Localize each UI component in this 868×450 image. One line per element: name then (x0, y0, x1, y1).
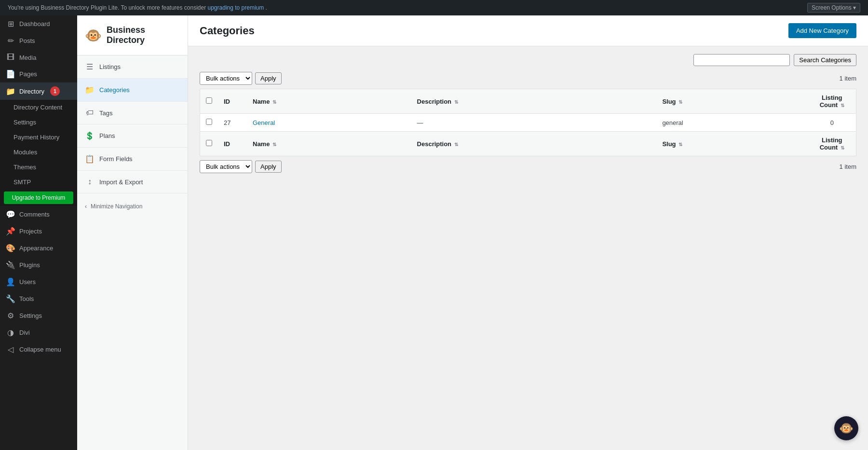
plugin-nav-item-import-export[interactable]: ↕ Import & Export (77, 171, 188, 193)
plugin-nav-item-categories[interactable]: 📁 Categories (77, 79, 188, 102)
bulk-actions-group-top: Bulk actions Apply (200, 72, 282, 85)
item-count-top: 1 item (840, 75, 856, 82)
search-categories-input[interactable] (693, 54, 790, 66)
plugin-header: 🐵 Business Directory (77, 15, 188, 55)
table-footer-slug[interactable]: Slug ⇅ (656, 132, 808, 156)
screen-options-button[interactable]: Screen Options ▾ (807, 3, 860, 13)
apply-button-top[interactable]: Apply (255, 72, 282, 84)
plugin-nav-item-listings[interactable]: ☰ Listings (77, 55, 188, 79)
plugin-nav-item-plans[interactable]: 💲 Plans (77, 124, 188, 148)
minimize-nav-label: Minimize Navigation (91, 203, 142, 210)
wp-sidebar: ⊞ Dashboard ✏ Posts 🎞 Media 📄 Pages 📁 Di… (0, 15, 77, 450)
import-export-nav-icon: ↕ (85, 177, 95, 186)
plugin-nav-label: Listings (99, 63, 121, 70)
upgrade-premium-button[interactable]: Upgrade to Premium (4, 191, 73, 204)
sidebar-item-dashboard[interactable]: ⊞ Dashboard (0, 15, 77, 32)
sidebar-item-pages[interactable]: 📄 Pages (0, 66, 77, 82)
plugin-nav-label: Plans (99, 132, 115, 139)
sidebar-item-smtp[interactable]: SMTP (0, 175, 77, 190)
select-all-footer-checkbox[interactable] (206, 140, 212, 146)
comments-icon: 💬 (6, 210, 15, 219)
table-header-description[interactable]: Description ⇅ (411, 89, 657, 114)
categories-table: ID Name ⇅ Description ⇅ Slug ⇅ (200, 89, 856, 156)
plugin-nav-item-tags[interactable]: 🏷 Tags (77, 102, 188, 124)
sidebar-item-settings2[interactable]: ⚙ Settings (0, 307, 77, 324)
sidebar-item-tools[interactable]: 🔧 Tools (0, 290, 77, 307)
directory-icon: 📁 (6, 87, 15, 96)
table-header-listing-count[interactable]: Listing Count ⇅ (808, 89, 856, 114)
upgrade-link[interactable]: upgrading to premium (208, 4, 264, 11)
sidebar-item-label: Posts (19, 37, 35, 44)
pages-icon: 📄 (6, 69, 15, 79)
bulk-actions-row-bottom: Bulk actions Apply 1 item (200, 160, 856, 173)
sidebar-item-appearance[interactable]: 🎨 Appearance (0, 240, 77, 257)
sidebar-item-directory[interactable]: 📁 Directory 1 (0, 82, 77, 100)
posts-icon: ✏ (6, 36, 15, 45)
table-header-row: ID Name ⇅ Description ⇅ Slug ⇅ (200, 89, 856, 114)
row-name-link[interactable]: General (253, 119, 275, 126)
table-header-slug[interactable]: Slug ⇅ (656, 89, 808, 114)
sort-arrows-slug-footer: ⇅ (678, 142, 682, 147)
select-all-checkbox[interactable] (206, 97, 212, 104)
bulk-actions-select-top[interactable]: Bulk actions (200, 72, 252, 85)
row-description-cell: — (411, 114, 657, 132)
bulk-actions-group-bottom: Bulk actions Apply (200, 160, 282, 173)
sort-arrows-slug: ⇅ (678, 99, 682, 105)
sidebar-item-label: Settings (19, 312, 42, 319)
plugin-nav-item-form-fields[interactable]: 📋 Form Fields (77, 148, 188, 171)
sidebar-item-settings[interactable]: Settings (0, 115, 77, 130)
add-new-category-button[interactable]: Add New Category (788, 23, 856, 38)
plugins-icon: 🔌 (6, 260, 15, 270)
table-footer-id: ID (218, 132, 247, 156)
row-checkbox-cell (200, 114, 218, 132)
sidebar-item-projects[interactable]: 📌 Projects (0, 223, 77, 240)
table-row: 27 General — general 0 (200, 114, 856, 132)
chevron-left-icon: ‹ (85, 203, 87, 210)
sidebar-item-directory-content[interactable]: Directory Content (0, 100, 77, 115)
search-categories-button[interactable]: Search Categories (794, 54, 856, 66)
plugin-nav-label: Import & Export (99, 178, 143, 186)
sidebar-item-label: SMTP (14, 178, 31, 186)
table-area: Search Categories Bulk actions Apply 1 i… (188, 46, 868, 181)
settings-icon: ⚙ (6, 311, 15, 320)
sidebar-item-label: Plugins (19, 261, 40, 269)
sidebar-item-collapse[interactable]: ◁ Collapse menu (0, 341, 77, 358)
table-footer-name[interactable]: Name ⇅ (247, 132, 411, 156)
sidebar-item-themes[interactable]: Themes (0, 160, 77, 175)
table-header-name[interactable]: Name ⇅ (247, 89, 411, 114)
divi-icon: ◑ (6, 328, 15, 337)
sidebar-item-label: Media (19, 54, 36, 61)
table-footer-description[interactable]: Description ⇅ (411, 132, 657, 156)
apply-button-bottom[interactable]: Apply (255, 161, 282, 173)
row-checkbox[interactable] (206, 119, 212, 125)
main-content: Categories Add New Category Search Categ… (188, 15, 868, 450)
bulk-actions-select-bottom[interactable]: Bulk actions (200, 160, 252, 173)
sidebar-item-label: Payment History (14, 134, 59, 141)
sort-arrows-description-footer: ⇅ (454, 142, 458, 147)
sidebar-item-label: Settings (14, 119, 36, 126)
sidebar-item-users[interactable]: 👤 Users (0, 273, 77, 290)
sidebar-item-label: Pages (19, 70, 37, 78)
sidebar-item-media[interactable]: 🎞 Media (0, 49, 77, 66)
table-footer-listing-count[interactable]: Listing Count ⇅ (808, 132, 856, 156)
table-footer-checkbox (200, 132, 218, 156)
sidebar-item-comments[interactable]: 💬 Comments (0, 206, 77, 223)
sidebar-item-posts[interactable]: ✏ Posts (0, 32, 77, 49)
chatbot-fab-button[interactable]: 🐵 (834, 416, 858, 440)
minimize-navigation-button[interactable]: ‹ Minimize Navigation (77, 193, 188, 219)
tools-icon: 🔧 (6, 294, 15, 303)
sidebar-item-label: Comments (19, 211, 50, 218)
admin-top-bar: You're using Business Directory Plugin L… (0, 0, 868, 15)
sidebar-item-label: Directory Content (14, 104, 62, 111)
sidebar-item-modules[interactable]: Modules (0, 145, 77, 160)
plugin-title: Business Directory (107, 25, 180, 45)
sidebar-item-divi[interactable]: ◑ Divi (0, 324, 77, 341)
directory-submenu: Directory Content Settings Payment Histo… (0, 100, 77, 206)
sort-arrows-name: ⇅ (272, 99, 276, 105)
table-header-checkbox (200, 89, 218, 114)
row-slug-cell: general (656, 114, 808, 132)
sidebar-item-plugins[interactable]: 🔌 Plugins (0, 257, 77, 273)
sidebar-item-payment-history[interactable]: Payment History (0, 130, 77, 145)
row-id-cell: 27 (218, 114, 247, 132)
plugin-nav-label: Categories (99, 86, 130, 94)
